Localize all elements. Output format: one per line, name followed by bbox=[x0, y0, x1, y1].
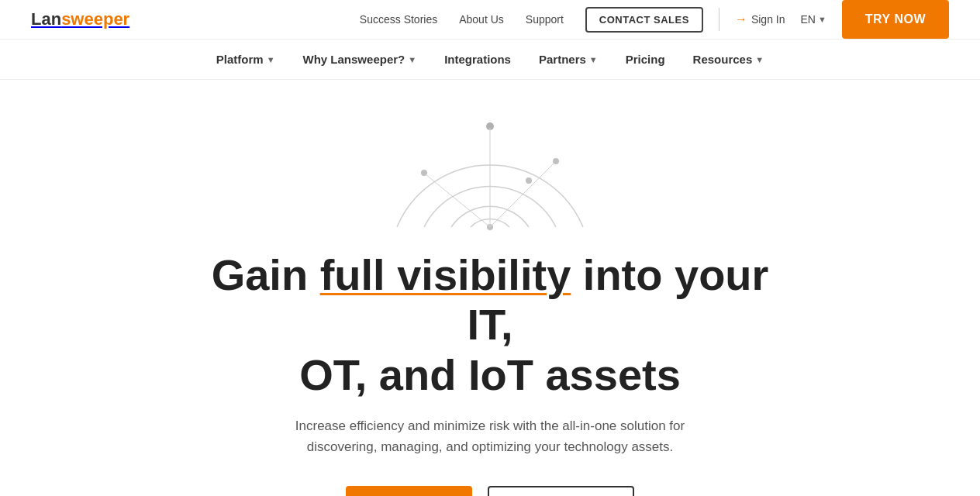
try-now-top-button[interactable]: TRY NOW bbox=[842, 0, 949, 39]
about-us-link[interactable]: About Us bbox=[459, 13, 504, 26]
top-bar-nav: Success Stories About Us Support CONTACT… bbox=[360, 7, 703, 33]
resources-chevron-icon: ▼ bbox=[755, 55, 764, 64]
headline-part1: Gain bbox=[212, 250, 320, 299]
partners-nav-label: Partners bbox=[539, 53, 586, 66]
main-nav: Platform ▼ Why Lansweeper? ▼ Integration… bbox=[0, 40, 980, 80]
svg-point-4 bbox=[526, 177, 532, 184]
sign-in-link[interactable]: → Sign In bbox=[735, 12, 785, 26]
success-stories-link[interactable]: Success Stories bbox=[360, 13, 437, 26]
language-selector[interactable]: EN ▼ bbox=[800, 13, 826, 26]
partners-nav-link[interactable]: Partners ▼ bbox=[539, 53, 598, 66]
platform-nav-label: Platform bbox=[216, 53, 264, 66]
support-link[interactable]: Support bbox=[526, 13, 564, 26]
nav-divider bbox=[719, 8, 719, 31]
pricing-nav-label: Pricing bbox=[626, 53, 665, 66]
headline-highlight: full visibility bbox=[320, 250, 571, 299]
pricing-nav-link[interactable]: Pricing bbox=[626, 53, 665, 66]
svg-line-6 bbox=[490, 163, 554, 227]
logo: Lansweeper bbox=[31, 9, 129, 29]
lang-chevron-icon: ▼ bbox=[818, 15, 826, 24]
platform-nav-link[interactable]: Platform ▼ bbox=[216, 53, 275, 66]
integrations-nav-label: Integrations bbox=[444, 53, 511, 66]
contact-sales-button[interactable]: CONTACT SALES bbox=[585, 7, 703, 33]
why-lansweeper-chevron-icon: ▼ bbox=[408, 55, 416, 64]
top-bar-right: Success Stories About Us Support CONTACT… bbox=[360, 0, 949, 39]
lang-label: EN bbox=[800, 13, 815, 26]
sign-in-icon: → bbox=[735, 12, 747, 26]
integrations-nav-link[interactable]: Integrations bbox=[444, 53, 511, 66]
why-lansweeper-nav-link[interactable]: Why Lansweeper? ▼ bbox=[303, 53, 417, 66]
hero-headline: Gain full visibility into your IT, OT, a… bbox=[188, 250, 792, 400]
resources-nav-label: Resources bbox=[693, 53, 753, 66]
logo-sweeper: sweeper bbox=[61, 9, 129, 29]
top-bar: Lansweeper Success Stories About Us Supp… bbox=[0, 0, 980, 40]
logo-lan: Lan bbox=[31, 9, 61, 29]
resources-nav-link[interactable]: Resources ▼ bbox=[693, 53, 764, 66]
hero-section: Gain full visibility into your IT, OT, a… bbox=[0, 80, 980, 496]
try-now-hero-button[interactable]: TRY NOW bbox=[346, 486, 471, 496]
hero-buttons: TRY NOW GET A DEMO bbox=[346, 486, 633, 496]
radar-svg bbox=[381, 95, 599, 235]
platform-chevron-icon: ▼ bbox=[267, 55, 275, 64]
radar-graphic bbox=[381, 95, 599, 235]
why-lansweeper-nav-label: Why Lansweeper? bbox=[303, 53, 405, 66]
logo-area: Lansweeper bbox=[31, 9, 129, 29]
partners-chevron-icon: ▼ bbox=[589, 55, 598, 64]
logo-link[interactable]: Lansweeper bbox=[31, 9, 129, 29]
get-demo-button[interactable]: GET A DEMO bbox=[488, 486, 634, 496]
headline-line2: OT, and IoT assets bbox=[299, 350, 681, 399]
hero-subtext: Increase efficiency and minimize risk wi… bbox=[273, 415, 707, 457]
sign-in-label: Sign In bbox=[751, 13, 785, 26]
